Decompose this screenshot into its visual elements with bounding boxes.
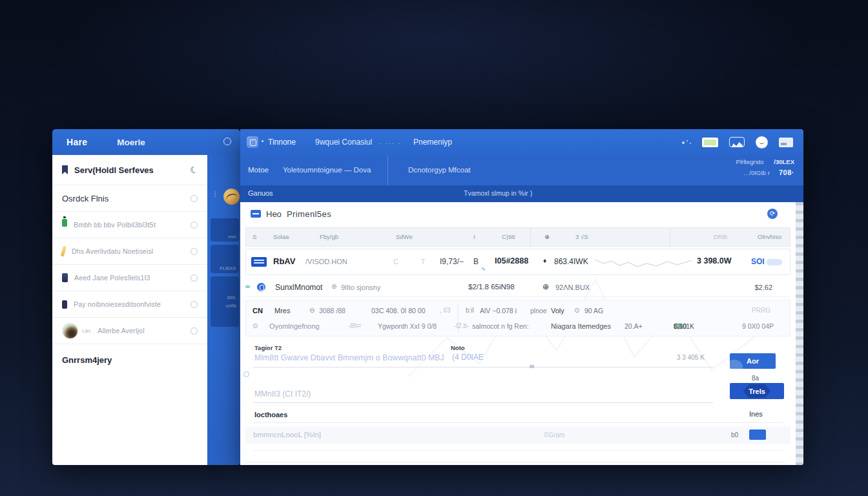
bottom-blue-button[interactable] (749, 429, 766, 440)
page-title-2: Primenl5es (287, 209, 331, 219)
orange-logo-icon[interactable] (223, 189, 240, 205)
activity-icon[interactable] (682, 139, 691, 145)
col-header[interactable]: SdWe (396, 228, 413, 246)
bottom-input-row[interactable]: bmmncnLnooL [%In] ©Gram b0 (245, 426, 790, 444)
slider-handle[interactable] (530, 365, 534, 368)
avatar (62, 323, 78, 339)
bottom-placeholder[interactable]: bmmncnLnooL [%In] (253, 431, 321, 439)
list-item-orders[interactable]: Osrdck Flnis (52, 185, 207, 212)
list-item-5[interactable]: Aeed Jane Poles9els1I3 (52, 265, 207, 291)
nav-item-console[interactable]: 9wquei Conasiul (315, 138, 372, 147)
list-item-6[interactable]: Pay noibnoiesesditsonfviste (52, 291, 207, 318)
divider (253, 422, 783, 423)
subnav-mid[interactable]: Dcnotorgyp Mfcoat (408, 166, 471, 174)
radio-icon[interactable] (191, 222, 198, 229)
image-icon[interactable] (702, 138, 718, 147)
list-item-services[interactable]: Serv(Holdl Serfeves ☾ (52, 155, 207, 185)
radio-icon[interactable] (191, 301, 198, 308)
col-header[interactable]: I (473, 228, 475, 246)
col-header[interactable]: C)98 (502, 228, 515, 246)
detail2-value: salmocot n fg Ren: (472, 322, 529, 331)
below-buttons-text: Ines (749, 410, 763, 418)
rail-tile-2[interactable]: FLtEKK (211, 245, 239, 273)
dot-circle-icon: ⊙ (574, 306, 579, 315)
ticker-badge-icon (251, 257, 267, 267)
plus-circle-dark-icon: ⊕ (542, 282, 549, 291)
tab-hare[interactable]: Hare (67, 137, 87, 147)
user-avatar-icon[interactable] (756, 136, 768, 149)
total-value: 3 398.0W (697, 256, 732, 265)
radio-icon[interactable] (191, 274, 198, 282)
cell-value: B (473, 257, 479, 266)
table-row[interactable]: RbAV /VISOD.HON C T I9,73/− B ∿ I05#2888… (245, 249, 790, 275)
header-circle-icon[interactable] (223, 138, 231, 145)
form-placeholder-1[interactable]: Mlm8tt Gwarve Dbavvt Bmnemjm o Bowwqnatt… (254, 353, 444, 362)
rail-tile-label: mm (229, 234, 237, 240)
app-logo-icon[interactable] (247, 136, 258, 148)
row2-name: SunxlMnomot (275, 283, 322, 292)
locations-label: Iocthoaes (254, 411, 287, 418)
tab-moerle[interactable]: Moerle (117, 138, 145, 147)
list-item-3[interactable]: Bmbh bb bbv Polbil3bl3t5t (52, 212, 207, 238)
form-placeholder-1b[interactable]: (4 D0IAE (452, 353, 484, 362)
row-action-link[interactable]: SOI (751, 257, 765, 266)
subnav2-mid: Tvamoxl slmup in %ir ) (464, 189, 532, 197)
link-pill (767, 259, 782, 265)
diamond-icon: ♦ (543, 257, 546, 264)
input-underline-2[interactable] (253, 402, 713, 403)
refresh-icon[interactable]: ⟳ (767, 209, 778, 219)
form-right-value: 3 3 405 K (677, 354, 705, 361)
panel-icon[interactable] (779, 138, 793, 147)
moon-icon[interactable]: ☾ (189, 164, 200, 176)
nav-brand[interactable]: Tinnone (268, 138, 296, 147)
volume-value: I05#2888 (495, 256, 528, 265)
col-header[interactable]: Solaa (273, 228, 289, 246)
radio-icon[interactable] (191, 248, 198, 255)
col-header[interactable]: S (253, 228, 256, 246)
price-value: I9,73/− (440, 257, 464, 266)
subnav-instruments[interactable]: Yoletoumntoignue — Dova (283, 166, 371, 174)
account-info: Plrltegrsto/30LEX …/0IGtb r708· (736, 158, 794, 176)
vertical-scrollbar[interactable] (796, 202, 803, 465)
kebab-menu-icon[interactable]: ⋮ (212, 191, 218, 197)
balance-value: 708· (779, 169, 794, 176)
col-header-plus-icon[interactable]: ⊕ (544, 228, 550, 246)
trels-button[interactable]: Trels (730, 383, 784, 399)
balance-label: …/0IGtb r (743, 169, 770, 176)
nav-item-partnership[interactable]: Pnemeniyp (413, 138, 452, 147)
rail-tile-3[interactable]: ddd. unfib (211, 276, 239, 327)
rail-tile-1[interactable]: mm (211, 218, 239, 242)
form-label-1: Tagior T2 (254, 344, 282, 351)
detail-value: plnoe (530, 306, 547, 315)
between-buttons-text: 8a (752, 375, 759, 382)
divider (253, 450, 783, 451)
chart-icon[interactable] (729, 137, 745, 147)
radio-icon[interactable] (191, 327, 198, 335)
form-placeholder-2[interactable]: MMnII3 (CI IT2/) (254, 389, 311, 398)
col-header[interactable]: 3 √S (575, 228, 588, 246)
signal-icon: ∿ (481, 266, 486, 272)
detail-faint: , I/3 (440, 306, 451, 315)
table-row[interactable]: SunxlMnomot ⊕ 9lIto sjonsny $2/1.8 65iN9… (245, 278, 790, 297)
detail-faint: PRRG (752, 306, 770, 315)
aor-button[interactable]: Aor (730, 353, 776, 369)
col-header[interactable]: Olnvhiso (758, 228, 781, 246)
list-item-4[interactable]: Dhs Averlivdatu Noetiseisl (52, 238, 207, 265)
subnav-row-2: Ganuos Tvamoxl slmup in %ir ) (240, 185, 803, 202)
instrument-name: /VISOD.HON (305, 258, 347, 265)
list-item-label: Dhs Averlivdatu Noetiseisl (72, 247, 153, 255)
list-item-label: Pay noibnoiesesditsonfviste (74, 300, 161, 308)
subnav-motoe[interactable]: Motoe (248, 166, 269, 174)
subnav2-left[interactable]: Ganuos (248, 189, 273, 197)
divider (245, 462, 785, 462)
bottom-mid-text: ©Gram (544, 431, 564, 439)
radio-icon[interactable] (191, 195, 198, 202)
col-header[interactable]: Fby/gb (320, 228, 338, 246)
sidebar-footer-label: Gnrrsm4jery (52, 344, 207, 365)
row2-amount: $2.62 (754, 284, 772, 291)
list-item-label: Aeed Jane Poles9els1I3 (74, 274, 150, 282)
list-item-user[interactable]: Liki: Allerbe Averljol (52, 318, 207, 344)
col-header[interactable]: DRib (714, 228, 727, 246)
input-underline-1[interactable] (253, 367, 713, 367)
bottom-right-text: b0 (731, 431, 738, 439)
